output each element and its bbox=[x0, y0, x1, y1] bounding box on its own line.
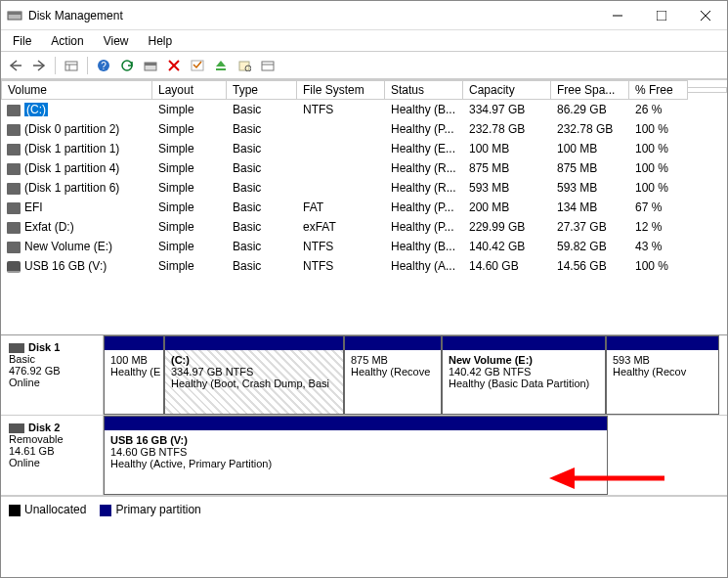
svg-rect-15 bbox=[145, 63, 156, 66]
table-row[interactable]: (Disk 1 partition 4)SimpleBasicHealthy (… bbox=[1, 158, 727, 178]
partition-size: 334.97 GB NTFS bbox=[171, 366, 337, 378]
help-icon[interactable]: ? bbox=[93, 55, 114, 76]
cell-status: Healthy (P... bbox=[385, 219, 463, 235]
disk-name: Disk 2 bbox=[28, 422, 60, 433]
properties-icon[interactable] bbox=[234, 55, 255, 76]
partition-status: Healthy (Active, Primary Partition) bbox=[110, 458, 601, 469]
menu-view[interactable]: View bbox=[96, 32, 137, 50]
partition[interactable]: 100 MBHealthy (E bbox=[104, 335, 164, 415]
disk-info[interactable]: Disk 2Removable14.61 GBOnline bbox=[1, 416, 104, 495]
cell-free: 14.56 GB bbox=[551, 258, 629, 274]
col-status[interactable]: Status bbox=[385, 80, 463, 100]
cell-fs bbox=[297, 167, 385, 169]
col-capacity[interactable]: Capacity bbox=[463, 80, 551, 100]
cell-pct: 100 % bbox=[629, 121, 688, 137]
eject-icon[interactable] bbox=[210, 55, 232, 76]
svg-rect-19 bbox=[216, 68, 226, 70]
cell-fs: NTFS bbox=[297, 258, 385, 274]
minimize-button[interactable] bbox=[595, 1, 639, 29]
table-row[interactable]: EFISimpleBasicFATHealthy (P...200 MB134 … bbox=[1, 198, 727, 217]
partition[interactable]: USB 16 GB (V:)14.60 GB NTFSHealthy (Acti… bbox=[104, 416, 608, 495]
col-free[interactable]: Free Spa... bbox=[551, 80, 629, 100]
cell-status: Healthy (E... bbox=[385, 141, 463, 156]
table-row[interactable]: (Disk 1 partition 1)SimpleBasicHealthy (… bbox=[1, 139, 727, 158]
disk-state: Online bbox=[9, 457, 95, 468]
cell-capacity: 200 MB bbox=[463, 200, 551, 215]
table-row[interactable]: USB 16 GB (V:)SimpleBasicNTFSHealthy (A.… bbox=[1, 256, 727, 276]
volume-icon bbox=[7, 183, 21, 195]
menu-file[interactable]: File bbox=[5, 32, 39, 50]
disk-size: 476.92 GB bbox=[9, 365, 95, 377]
volume-name: (C:) bbox=[24, 103, 48, 116]
svg-rect-1 bbox=[8, 12, 21, 15]
cell-layout: Simple bbox=[152, 200, 227, 215]
cell-status: Healthy (A... bbox=[385, 258, 463, 274]
cell-free: 134 MB bbox=[551, 200, 629, 215]
volume-name: USB 16 GB (V:) bbox=[24, 259, 107, 273]
check-icon[interactable] bbox=[187, 55, 208, 76]
partition-header bbox=[105, 336, 163, 350]
cell-status: Healthy (B... bbox=[385, 102, 463, 117]
disk-partitions: USB 16 GB (V:)14.60 GB NTFSHealthy (Acti… bbox=[104, 416, 727, 495]
svg-rect-22 bbox=[262, 62, 274, 70]
window-title: Disk Management bbox=[28, 9, 595, 22]
partition[interactable]: New Volume (E:)140.42 GB NTFSHealthy (Ba… bbox=[442, 335, 606, 415]
disk-size: 14.61 GB bbox=[9, 445, 95, 457]
cell-capacity: 232.78 GB bbox=[463, 121, 551, 137]
partition-name: (C:) bbox=[171, 354, 337, 366]
cell-type: Basic bbox=[227, 258, 297, 274]
back-button[interactable] bbox=[5, 55, 26, 76]
close-button[interactable] bbox=[683, 1, 727, 29]
partition[interactable]: (C:)334.97 GB NTFSHealthy (Boot, Crash D… bbox=[164, 335, 344, 415]
show-hide-tree-button[interactable] bbox=[61, 55, 82, 76]
table-row[interactable]: New Volume (E:)SimpleBasicNTFSHealthy (B… bbox=[1, 237, 727, 256]
col-filesystem[interactable]: File System bbox=[297, 80, 385, 100]
volume-icon bbox=[7, 144, 21, 156]
cell-type: Basic bbox=[227, 200, 297, 215]
cell-layout: Simple bbox=[152, 219, 227, 235]
table-row[interactable]: Exfat (D:)SimpleBasicexFATHealthy (P...2… bbox=[1, 217, 727, 237]
cell-status: Healthy (P... bbox=[385, 121, 463, 137]
cell-type: Basic bbox=[227, 102, 297, 117]
svg-rect-3 bbox=[657, 11, 666, 21]
menu-help[interactable]: Help bbox=[141, 32, 181, 50]
disk-info[interactable]: Disk 1Basic476.92 GBOnline bbox=[1, 335, 104, 415]
refresh-button[interactable] bbox=[116, 55, 138, 76]
col-pct-free[interactable]: % Free bbox=[629, 80, 688, 100]
settings-button[interactable] bbox=[257, 55, 278, 76]
delete-icon[interactable] bbox=[163, 55, 185, 76]
cell-status: Healthy (P... bbox=[385, 200, 463, 215]
legend: Unallocated Primary partition bbox=[1, 496, 727, 522]
swatch-black bbox=[9, 505, 21, 516]
cell-layout: Simple bbox=[152, 121, 227, 137]
col-type[interactable]: Type bbox=[227, 80, 297, 100]
col-layout[interactable]: Layout bbox=[152, 80, 227, 100]
cell-fs bbox=[297, 128, 385, 130]
partition-status: Healthy (Recove bbox=[351, 366, 435, 378]
col-volume[interactable]: Volume bbox=[1, 80, 152, 100]
table-row[interactable]: (Disk 1 partition 6)SimpleBasicHealthy (… bbox=[1, 178, 727, 198]
menu-action[interactable]: Action bbox=[43, 32, 91, 50]
cell-status: Healthy (R... bbox=[385, 160, 463, 176]
cell-pct: 100 % bbox=[629, 180, 688, 196]
partition[interactable]: 875 MBHealthy (Recove bbox=[344, 335, 442, 415]
rescan-button[interactable] bbox=[140, 55, 161, 76]
disk-row: Disk 1Basic476.92 GBOnline100 MBHealthy … bbox=[1, 335, 727, 416]
partition-size: 140.42 GB NTFS bbox=[449, 366, 599, 378]
forward-button[interactable] bbox=[28, 55, 50, 76]
table-row[interactable]: (Disk 0 partition 2)SimpleBasicHealthy (… bbox=[1, 119, 727, 139]
partition[interactable]: 593 MBHealthy (Recov bbox=[606, 335, 719, 415]
table-row[interactable]: (C:)SimpleBasicNTFSHealthy (B...334.97 G… bbox=[1, 100, 727, 119]
menubar: File Action View Help bbox=[1, 30, 727, 52]
disk-map-panel: Disk 1Basic476.92 GBOnline100 MBHealthy … bbox=[1, 334, 727, 496]
partition-header bbox=[443, 336, 605, 350]
cell-type: Basic bbox=[227, 121, 297, 137]
maximize-button[interactable] bbox=[639, 1, 683, 29]
cell-free: 593 MB bbox=[551, 180, 629, 196]
disk-state: Online bbox=[9, 377, 95, 388]
cell-layout: Simple bbox=[152, 239, 227, 254]
cell-pct: 12 % bbox=[629, 219, 688, 235]
cell-capacity: 593 MB bbox=[463, 180, 551, 196]
volume-icon bbox=[7, 163, 21, 175]
partition-name: USB 16 GB (V:) bbox=[110, 434, 601, 446]
